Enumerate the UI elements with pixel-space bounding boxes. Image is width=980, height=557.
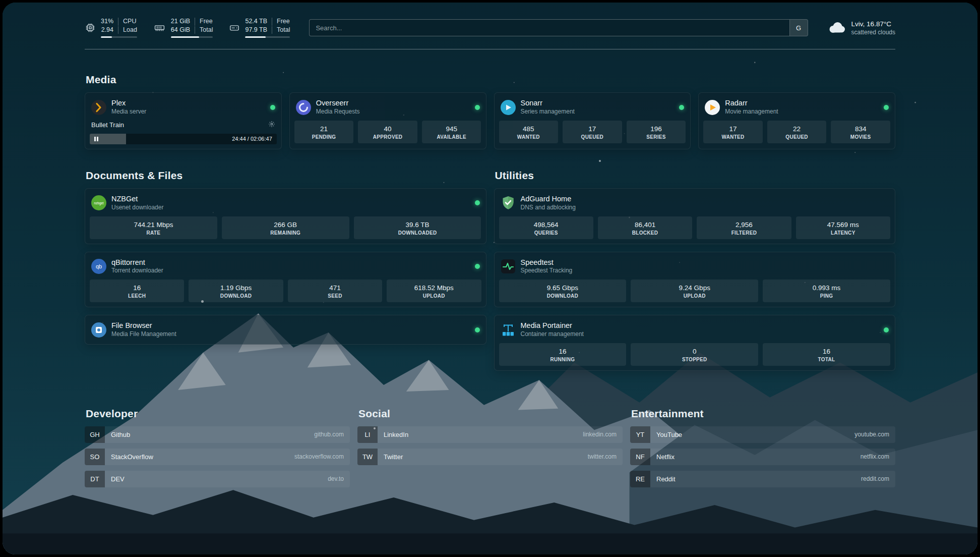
stat-stopped: 0 STOPPED <box>631 343 758 366</box>
service-name: Sonarr <box>521 99 575 107</box>
service-desc: Media File Management <box>111 330 176 338</box>
bookmark-name: Github <box>105 426 136 443</box>
stat-value: 485 <box>501 125 557 133</box>
memory-total-label: Total <box>195 26 213 34</box>
service-card-sonarr[interactable]: Sonarr Series management 485 WANTED 17 Q… <box>494 92 691 149</box>
bookmark-netflix[interactable]: NF Netflix netflix.com <box>630 449 895 465</box>
resource-widgets: 31% CPU 2.94 Load <box>85 18 290 38</box>
stat-label: RUNNING <box>501 357 625 362</box>
bookmark-group-entertainment: Entertainment YT YouTube youtube.com NF … <box>630 408 895 493</box>
search-input[interactable] <box>309 19 808 36</box>
search-provider-button[interactable]: G <box>789 20 808 36</box>
header-divider <box>85 49 895 49</box>
stat-value: 196 <box>629 125 684 133</box>
stat-label: LATENCY <box>798 230 888 236</box>
stat-latency: 47.569 ms LATENCY <box>796 216 890 239</box>
stat-remaining: 266 GB REMAINING <box>222 216 349 239</box>
stat-value: 16 <box>765 348 888 355</box>
stat-download: 1.19 Gbps DOWNLOAD <box>189 280 283 302</box>
stat-value: 16 <box>92 284 182 292</box>
bookmark-url: github.com <box>314 426 350 443</box>
stat-value: 498,564 <box>501 221 591 229</box>
plex-now-playing: Bullet Train 24:44 / 02:06:4 <box>90 121 277 144</box>
bookmark-reddit[interactable]: RE Reddit reddit.com <box>630 471 895 487</box>
service-card-adguard[interactable]: AdGuard Home DNS and adblocking 498,564 … <box>494 188 896 244</box>
status-dot <box>884 327 889 332</box>
now-playing-title: Bullet Train <box>91 121 124 129</box>
bookmark-url: youtube.com <box>854 426 895 443</box>
bookmark-url: reddit.com <box>861 471 895 487</box>
bookmark-url: dev.to <box>328 471 350 487</box>
stat-label: QUEUED <box>769 134 825 140</box>
service-name: Media Portainer <box>521 321 584 330</box>
service-card-radarr[interactable]: Radarr Movie management 17 WANTED 22 QUE… <box>698 92 895 149</box>
stat-label: UPLOAD <box>633 293 756 299</box>
stat-series: 196 SERIES <box>627 121 686 143</box>
stat-value: 2,956 <box>699 221 789 229</box>
service-desc: Movie management <box>725 108 778 116</box>
disk-total-value: 97.9 TB <box>245 26 272 34</box>
service-name: Overseerr <box>316 99 360 107</box>
bookmark-dev[interactable]: DT DEV dev.to <box>85 471 350 487</box>
bookmark-name: StackOverflow <box>105 449 159 465</box>
service-card-filebrowser[interactable]: File Browser Media File Management <box>85 315 486 345</box>
bookmark-name: Reddit <box>650 471 682 487</box>
nzbget-icon: nzbget <box>91 195 106 210</box>
service-card-nzbget[interactable]: nzbget NZBGet Usenet downloader 744.21 M… <box>85 188 486 244</box>
bookmark-name: Twitter <box>378 449 409 465</box>
overseerr-icon <box>296 100 311 115</box>
stat-queries: 498,564 QUERIES <box>499 216 593 239</box>
bookmark-linkedin[interactable]: LI LinkedIn linkedin.com <box>357 426 623 443</box>
stat-value: 834 <box>833 125 888 133</box>
service-name: qBittorrent <box>111 258 163 267</box>
service-card-qbittorrent[interactable]: qb qBittorrent Torrent downloader 16 LEE… <box>85 252 486 308</box>
bookmark-stackoverflow[interactable]: SO StackOverflow stackoverflow.com <box>85 449 350 465</box>
service-card-speedtest[interactable]: Speedtest Speedtest Tracking 9.65 Gbps D… <box>494 252 896 308</box>
bookmark-youtube[interactable]: YT YouTube youtube.com <box>630 426 895 443</box>
bookmark-url: linkedin.com <box>583 426 623 443</box>
stat-value: 21 <box>296 125 352 133</box>
weather-condition: scattered clouds <box>851 29 895 36</box>
bookmark-abbr: SO <box>85 449 105 465</box>
cpu-usage-value: 31% <box>101 18 118 26</box>
stat-value: 9.24 Gbps <box>633 284 756 292</box>
bookmark-twitter[interactable]: TW Twitter twitter.com <box>357 449 623 465</box>
service-card-plex[interactable]: Plex Media server Bullet Train <box>85 92 282 149</box>
stat-label: TOTAL <box>765 357 888 362</box>
gear-icon[interactable] <box>268 121 275 130</box>
stat-label: BLOCKED <box>600 230 690 236</box>
bookmark-github[interactable]: GH Github github.com <box>85 426 350 443</box>
cpu-usage-label: CPU <box>118 18 137 26</box>
bookmark-url: twitter.com <box>588 449 623 465</box>
cpu-load-label: Load <box>118 26 137 34</box>
service-card-overseerr[interactable]: Overseerr Media Requests 21 PENDING 40 A… <box>289 92 486 149</box>
stat-value: 39.6 TB <box>356 221 479 229</box>
bookmark-name: YouTube <box>650 426 688 443</box>
status-dot <box>475 327 480 332</box>
service-desc: Speedtest Tracking <box>521 267 573 274</box>
stat-queued: 22 QUEUED <box>767 121 827 143</box>
svg-text:qb: qb <box>96 263 102 269</box>
stat-label: STOPPED <box>633 357 756 362</box>
stat-running: 16 RUNNING <box>499 343 627 366</box>
stat-label: PING <box>765 293 888 299</box>
speedtest-icon <box>501 259 516 274</box>
service-card-portainer[interactable]: Media Portainer Container management 16 … <box>494 315 896 371</box>
playback-progress-bar[interactable]: 24:44 / 02:06:47 <box>90 134 277 144</box>
pause-icon[interactable] <box>94 137 98 141</box>
stat-blocked: 86,401 BLOCKED <box>598 216 692 239</box>
service-desc: Usenet downloader <box>111 204 163 211</box>
stat-label: LEECH <box>92 293 182 299</box>
service-desc: Torrent downloader <box>111 267 163 274</box>
stat-value: 618.52 Mbps <box>389 284 479 292</box>
bookmark-name: DEV <box>105 471 131 487</box>
bookmark-group-social: Social LI LinkedIn linkedin.com TW Twitt… <box>357 408 623 471</box>
filebrowser-icon <box>91 322 106 338</box>
section-documents: Documents & Files nzbget NZBGet Usenet d <box>85 170 486 352</box>
disk-free-value: 52.4 TB <box>245 18 272 26</box>
stat-pending: 21 PENDING <box>294 121 354 143</box>
bookmark-url: stackoverflow.com <box>294 449 350 465</box>
disk-free-label: Free <box>272 18 290 26</box>
section-media: Media Plex Media server <box>85 74 895 149</box>
stat-label: PENDING <box>296 134 352 140</box>
